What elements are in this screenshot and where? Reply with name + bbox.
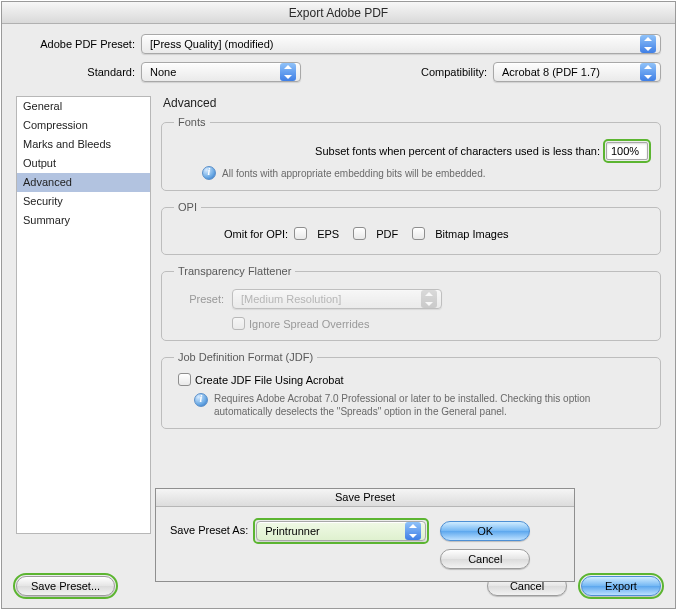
- sidebar-item-output[interactable]: Output: [17, 154, 150, 173]
- sidebar-item-general[interactable]: General: [17, 97, 150, 116]
- flattener-preset-select: [Medium Resolution]: [232, 289, 442, 309]
- jdf-help-text: Requires Adobe Acrobat 7.0 Professional …: [214, 392, 624, 418]
- save-preset-cancel-button[interactable]: Cancel: [440, 549, 530, 569]
- eps-label: EPS: [317, 228, 339, 240]
- opi-legend: OPI: [174, 201, 201, 213]
- sidebar-item-advanced[interactable]: Advanced: [17, 173, 150, 192]
- jdf-legend: Job Definition Format (JDF): [174, 351, 317, 363]
- jdf-group: Job Definition Format (JDF) Create JDF F…: [161, 351, 661, 429]
- omit-eps-checkbox[interactable]: [294, 227, 307, 240]
- fonts-help-text: All fonts with appropriate embedding bit…: [222, 167, 486, 180]
- category-sidebar: General Compression Marks and Bleeds Out…: [16, 96, 151, 534]
- compatibility-value: Acrobat 8 (PDF 1.7): [502, 66, 600, 78]
- standard-label: Standard:: [16, 66, 141, 78]
- content-panel: Advanced Fonts Subset fonts when percent…: [161, 96, 661, 534]
- flattener-preset-label: Preset:: [174, 293, 224, 305]
- save-preset-button[interactable]: Save Preset...: [16, 576, 115, 596]
- save-preset-as-label: Save Preset As:: [170, 521, 248, 536]
- compatibility-label: Compatibility:: [421, 66, 493, 78]
- export-button[interactable]: Export: [581, 576, 661, 596]
- standard-value: None: [150, 66, 176, 78]
- fonts-legend: Fonts: [174, 116, 210, 128]
- top-options: Adobe PDF Preset: [Press Quality] (modif…: [2, 24, 675, 96]
- opi-group: OPI Omit for OPI: EPS PDF Bitmap Images: [161, 201, 661, 255]
- export-pdf-window: Export Adobe PDF Adobe PDF Preset: [Pres…: [1, 1, 676, 609]
- updown-icon: [421, 290, 437, 308]
- save-preset-as-combobox[interactable]: Printrunner: [256, 521, 426, 541]
- info-icon: [202, 166, 216, 180]
- bitmap-label: Bitmap Images: [435, 228, 508, 240]
- updown-icon: [640, 35, 656, 53]
- sidebar-item-marks-bleeds[interactable]: Marks and Bleeds: [17, 135, 150, 154]
- save-preset-as-value: Printrunner: [265, 525, 319, 537]
- window-title: Export Adobe PDF: [2, 2, 675, 24]
- standard-select[interactable]: None: [141, 62, 301, 82]
- main-area: General Compression Marks and Bleeds Out…: [2, 96, 675, 534]
- updown-icon: [280, 63, 296, 81]
- updown-icon: [405, 522, 421, 540]
- subset-fonts-label: Subset fonts when percent of characters …: [315, 145, 600, 157]
- omit-label: Omit for OPI:: [224, 228, 288, 240]
- save-preset-title: Save Preset: [156, 489, 574, 507]
- content-heading: Advanced: [163, 96, 661, 110]
- flattener-group: Transparency Flattener Preset: [Medium R…: [161, 265, 661, 341]
- sidebar-item-security[interactable]: Security: [17, 192, 150, 211]
- create-jdf-checkbox[interactable]: [178, 373, 191, 386]
- sidebar-item-summary[interactable]: Summary: [17, 211, 150, 230]
- info-icon: [194, 393, 208, 407]
- save-preset-dialog: Save Preset Save Preset As: Printrunner …: [155, 488, 575, 582]
- flattener-legend: Transparency Flattener: [174, 265, 295, 277]
- fonts-group: Fonts Subset fonts when percent of chara…: [161, 116, 661, 191]
- ignore-overrides-checkbox: [232, 317, 245, 330]
- omit-pdf-checkbox[interactable]: [353, 227, 366, 240]
- omit-bitmap-checkbox[interactable]: [412, 227, 425, 240]
- pdf-label: PDF: [376, 228, 398, 240]
- subset-percent-input[interactable]: [606, 142, 648, 160]
- create-jdf-label: Create JDF File Using Acrobat: [195, 374, 344, 386]
- preset-value: [Press Quality] (modified): [150, 38, 273, 50]
- ignore-overrides-label: Ignore Spread Overrides: [249, 318, 369, 330]
- save-preset-ok-button[interactable]: OK: [440, 521, 530, 541]
- updown-icon: [640, 63, 656, 81]
- preset-select[interactable]: [Press Quality] (modified): [141, 34, 661, 54]
- sidebar-item-compression[interactable]: Compression: [17, 116, 150, 135]
- preset-label: Adobe PDF Preset:: [16, 38, 141, 50]
- flattener-preset-value: [Medium Resolution]: [241, 293, 341, 305]
- compatibility-select[interactable]: Acrobat 8 (PDF 1.7): [493, 62, 661, 82]
